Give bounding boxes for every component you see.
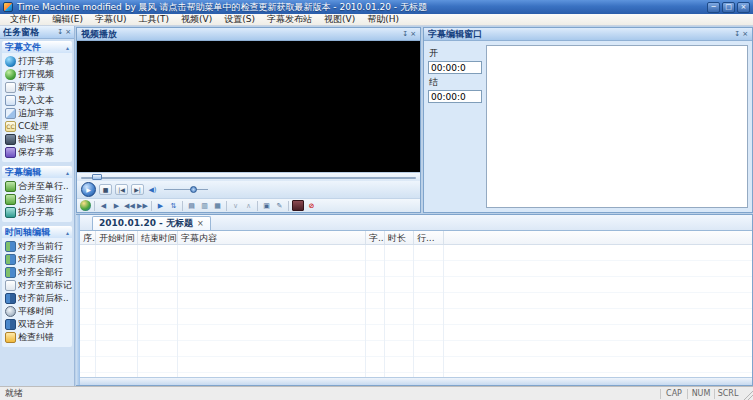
close-icon[interactable]: × [410, 30, 416, 38]
edit-box-icon[interactable]: ▣ [261, 200, 272, 211]
layout-grid-icon[interactable]: ▤ [186, 200, 197, 211]
stop-button[interactable]: ■ [99, 184, 112, 195]
cc-process-icon: CC [5, 121, 16, 132]
num-lock-indicator: NUM [687, 389, 714, 399]
content-area: 视频播放 ↧ × ▶ ■ |◀ ▶| ◀) [75, 26, 753, 386]
sidebar-item-split-subtitle[interactable]: 拆分字幕 [3, 206, 72, 219]
sidebar-item-open-video[interactable]: 打开视频 [3, 68, 72, 81]
sidebar-item-save-subtitle[interactable]: 保存字幕 [3, 146, 72, 159]
jump-forward-icon[interactable]: ▶ [111, 200, 122, 211]
column-content[interactable]: 字幕内容 [178, 231, 366, 244]
subtitle-text-area[interactable] [486, 45, 748, 208]
sidebar-item-align-all-lines[interactable]: 对齐全部行 [3, 266, 72, 279]
jump-back-icon[interactable]: ◀ [98, 200, 109, 211]
menu-view[interactable]: 视图(V) [318, 13, 361, 26]
grid-column [366, 245, 385, 377]
table-body[interactable] [80, 245, 752, 377]
pin-icon[interactable]: ↧ [402, 30, 408, 38]
end-time-label: 结 [429, 76, 482, 89]
splitter[interactable] [76, 215, 80, 385]
close-button[interactable]: × [737, 2, 750, 13]
sidebar-item-export-subtitle[interactable]: 输出字幕 [3, 133, 72, 146]
horizontal-scrollbar[interactable] [80, 377, 752, 385]
sidebar-item-append-subtitle[interactable]: 追加字幕 [3, 107, 72, 120]
sidebar-item-align-marks[interactable]: 对齐前后标.. [3, 292, 72, 305]
menu-tools[interactable]: 工具(T) [133, 13, 176, 26]
volume-slider[interactable] [164, 189, 208, 190]
close-icon[interactable]: × [742, 30, 748, 38]
menu-video[interactable]: 视频(V) [175, 13, 218, 26]
app-icon [3, 2, 13, 12]
sidebar-item-open-subtitle[interactable]: 打开字幕 [3, 55, 72, 68]
sidebar-item-new-subtitle[interactable]: 新字幕 [3, 81, 72, 94]
column-lines[interactable]: 行... [414, 231, 444, 244]
close-icon[interactable]: × [65, 28, 71, 36]
menu-help[interactable]: 帮助(H) [361, 13, 405, 26]
pin-icon[interactable]: ↧ [57, 28, 63, 36]
column-duration[interactable]: 时长 [385, 231, 414, 244]
play-line-icon[interactable]: ▶ [155, 200, 166, 211]
sidebar-item-cc-process[interactable]: CC CC处理 [3, 120, 72, 133]
monitor-icon[interactable] [292, 200, 304, 211]
sidebar-item-bilingual-merge[interactable]: 双语合并 [3, 318, 72, 331]
video-panel: 视频播放 ↧ × ▶ ■ |◀ ▶| ◀) [76, 27, 421, 213]
globe-icon[interactable] [80, 200, 91, 211]
column-end-time[interactable]: 结束时间 [138, 231, 178, 244]
collapse-icon[interactable]: ∨ [230, 200, 241, 211]
speaker-icon[interactable]: ◀) [147, 184, 158, 195]
end-time-input[interactable] [428, 90, 482, 103]
play-button[interactable]: ▶ [81, 182, 96, 197]
collapse-icon: ▴ [66, 44, 69, 51]
subtitle-edit-body: 开 结 [424, 41, 752, 212]
toolbar-separator [226, 201, 227, 211]
section-items: 打开字幕 打开视频 新字幕 导入文本 [2, 53, 72, 162]
sidebar-item-check-errors[interactable]: 检查纠错 [3, 331, 72, 344]
prev-button[interactable]: |◀ [115, 184, 128, 195]
volume-thumb[interactable] [190, 186, 197, 193]
tab-untitled[interactable]: 2010.01.20 - 无标题 × [92, 216, 211, 230]
sidebar-item-align-following-lines[interactable]: 对齐后续行 [3, 253, 72, 266]
layout-rows-icon[interactable]: ▥ [199, 200, 210, 211]
pin-icon[interactable]: ↧ [734, 30, 740, 38]
edit-pencil-icon[interactable]: ✎ [274, 200, 285, 211]
column-index[interactable]: 序.. [80, 231, 96, 244]
sidebar-item-merge-single-line[interactable]: 合并至单行.. [3, 180, 72, 193]
section-header-timeline-edit[interactable]: 时间轴编辑 ▴ [2, 226, 72, 238]
video-panel-header: 视频播放 ↧ × [77, 28, 420, 41]
start-time-input[interactable] [428, 61, 482, 74]
sidebar-item-label: 对齐前后标.. [18, 292, 69, 305]
align-current-line-icon [5, 241, 16, 252]
skip-back-icon[interactable]: ◀◀ [124, 200, 135, 211]
sidebar-item-shift-time[interactable]: 平移时间 [3, 305, 72, 318]
section-header-subtitle-files[interactable]: 字幕文件 ▴ [2, 41, 72, 53]
menu-publish-site[interactable]: 字幕发布站 [261, 13, 318, 26]
tab-close-icon[interactable]: × [197, 219, 204, 228]
minimize-button[interactable]: ─ [707, 2, 720, 13]
title-bar: Time Machine modified by 晨风 请点击帮助菜单中的检查更… [0, 0, 753, 14]
menu-settings[interactable]: 设置(S) [218, 13, 261, 26]
menu-bar: 文件(F) 编辑(E) 字幕(U) 工具(T) 视频(V) 设置(S) 字幕发布… [0, 14, 753, 26]
menu-edit[interactable]: 编辑(E) [46, 13, 89, 26]
swap-updown-icon[interactable]: ⇅ [168, 200, 179, 211]
seek-thumb[interactable] [92, 174, 102, 180]
column-start-time[interactable]: 开始时间 [96, 231, 138, 244]
task-pane-header: 任务窗格 ↧ × [0, 26, 74, 39]
sidebar-item-merge-prev-line[interactable]: 合并至前行 [3, 193, 72, 206]
expand-icon[interactable]: ∧ [243, 200, 254, 211]
section-header-subtitle-edit[interactable]: 字幕编辑 ▴ [2, 166, 72, 178]
sidebar-item-align-current-line[interactable]: 对齐当前行 [3, 240, 72, 253]
column-chars[interactable]: 字... [366, 231, 385, 244]
menu-file[interactable]: 文件(F) [4, 13, 46, 26]
layout-cells-icon[interactable]: ▦ [212, 200, 223, 211]
sidebar-item-label: 检查纠错 [18, 331, 54, 344]
menu-subtitle[interactable]: 字幕(U) [89, 13, 133, 26]
next-button[interactable]: ▶| [131, 184, 144, 195]
skip-forward-icon[interactable]: ▶▶ [137, 200, 148, 211]
maximize-button[interactable]: □ [722, 2, 735, 13]
forbid-icon[interactable]: ⊘ [306, 200, 317, 211]
resize-grip[interactable] [741, 388, 753, 400]
sidebar-item-import-text[interactable]: 导入文本 [3, 94, 72, 107]
seek-bar[interactable] [77, 172, 420, 181]
section-items: 对齐当前行 对齐后续行 对齐全部行 对齐至前标记 [2, 238, 72, 347]
sidebar-item-align-prev-mark[interactable]: 对齐至前标记 [3, 279, 72, 292]
